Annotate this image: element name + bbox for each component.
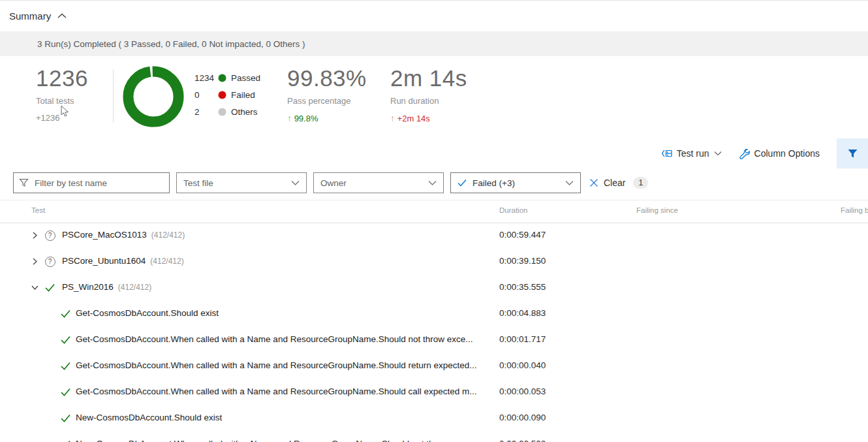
passed-check-icon bbox=[60, 360, 71, 371]
test-run-name: PSCore_MacOS1013 bbox=[62, 230, 147, 240]
table-row[interactable]: New-CosmosDbAccount.Should exist 0:00:00… bbox=[0, 405, 868, 431]
chevron-up-icon[interactable] bbox=[57, 13, 67, 19]
chevron-down-icon[interactable] bbox=[30, 283, 39, 292]
filter-bar: Test file Owner Failed (+3) Clear 1 bbox=[0, 168, 868, 200]
failed-dot-icon bbox=[218, 91, 226, 99]
pass-percentage-delta-value: 99.8% bbox=[294, 114, 318, 123]
legend-item-passed: 1234 Passed bbox=[194, 69, 260, 86]
test-run-count: (412/412) bbox=[118, 283, 151, 292]
table-row[interactable]: Get-CosmosDbAccount.When called with a N… bbox=[0, 326, 868, 353]
test-name-filter-input[interactable] bbox=[33, 178, 164, 189]
results-donut-chart bbox=[123, 66, 184, 127]
test-case-name: Get-CosmosDbAccount.When called with a N… bbox=[76, 360, 477, 370]
table-row[interactable]: Get-CosmosDbAccount.When called with a N… bbox=[0, 353, 868, 379]
up-arrow-icon: ↑ bbox=[390, 113, 395, 123]
test-case-name: New-CosmosDbAccount.Should exist bbox=[76, 413, 222, 422]
test-case-name: Get-CosmosDbAccount.When called with a N… bbox=[76, 387, 477, 396]
passed-dot-icon bbox=[218, 74, 226, 82]
duration-cell: 0:00:00.503 bbox=[499, 439, 546, 442]
passed-check-icon bbox=[60, 334, 71, 345]
legend-item-others: 2 Others bbox=[194, 103, 260, 120]
test-case-name: Get-CosmosDbAccount.Should exist bbox=[76, 308, 219, 318]
legend-others-label: Others bbox=[231, 107, 260, 117]
unknown-outcome-icon: ? bbox=[44, 256, 55, 267]
column-header-test[interactable]: Test bbox=[31, 206, 45, 214]
group-rows-icon bbox=[661, 148, 672, 159]
legend-failed-count: 0 bbox=[194, 90, 218, 100]
test-case-name: New-CosmosDbAccount.When called with a N… bbox=[76, 439, 476, 442]
test-file-dropdown[interactable]: Test file bbox=[176, 172, 307, 193]
others-dot-icon bbox=[218, 108, 226, 116]
pass-percentage-label: Pass percentage bbox=[287, 96, 367, 106]
legend-passed-count: 1234 bbox=[194, 73, 218, 83]
test-file-dropdown-label: Test file bbox=[183, 178, 213, 188]
duration-cell: 0:00:00.090 bbox=[499, 413, 546, 422]
total-tests-label: Total tests bbox=[36, 96, 88, 106]
group-by-test-run-button[interactable]: Test run bbox=[661, 148, 722, 159]
run-duration-delta-value: +2m 14s bbox=[397, 114, 430, 123]
duration-cell: 0:00:00.053 bbox=[499, 387, 546, 396]
runs-status-text: 3 Run(s) Completed ( 3 Passed, 0 Failed,… bbox=[37, 39, 305, 49]
pass-percentage-delta: ↑ 99.8% bbox=[287, 113, 367, 123]
donut-legend: 1234 Passed 0 Failed 2 Others bbox=[194, 69, 260, 120]
up-arrow-icon: ↑ bbox=[287, 113, 292, 123]
legend-others-count: 2 bbox=[194, 107, 218, 117]
passed-check-icon bbox=[60, 308, 71, 319]
test-run-count: (412/412) bbox=[150, 257, 183, 266]
results-table-header: Test Duration Failing since Failing buil… bbox=[0, 200, 868, 223]
outcome-dropdown[interactable]: Failed (+3) bbox=[450, 172, 581, 193]
check-icon bbox=[457, 179, 467, 187]
table-row[interactable]: Get-CosmosDbAccount.When called with a N… bbox=[0, 379, 868, 405]
duration-cell: 0:00:35.555 bbox=[499, 282, 546, 292]
wrench-icon bbox=[739, 148, 750, 159]
chevron-down-icon bbox=[428, 180, 437, 185]
duration-cell: 0:00:59.447 bbox=[499, 230, 546, 240]
passed-check-icon bbox=[60, 387, 71, 398]
summary-stats: 1236 Total tests +1236 1234 Passed 0 Fai… bbox=[0, 56, 868, 138]
legend-passed-label: Passed bbox=[231, 73, 260, 83]
table-row[interactable]: ? PSCore_Ubuntu1604(412/412) 0:00:39.150 bbox=[0, 248, 868, 274]
run-duration-delta: ↑ +2m 14s bbox=[390, 113, 467, 123]
passed-check-icon bbox=[60, 439, 71, 442]
column-options-button[interactable]: Column Options bbox=[739, 148, 820, 159]
table-row[interactable]: PS_Win2016(412/412) 0:00:35.555 bbox=[0, 274, 868, 300]
donut-passed-arc bbox=[128, 71, 178, 121]
table-row[interactable]: Get-CosmosDbAccount.Should exist 0:00:04… bbox=[0, 300, 868, 326]
column-header-failing-build[interactable]: Failing build bbox=[841, 206, 868, 214]
chevron-right-icon[interactable] bbox=[30, 257, 39, 266]
run-duration-label: Run duration bbox=[390, 96, 467, 106]
duration-cell: 0:00:39.150 bbox=[499, 256, 546, 266]
column-header-failing-since[interactable]: Failing since bbox=[636, 206, 678, 214]
chevron-right-icon[interactable] bbox=[30, 230, 39, 240]
passed-check-icon bbox=[60, 413, 71, 424]
clear-filters-button[interactable]: Clear 1 bbox=[589, 172, 648, 193]
test-case-name: Get-CosmosDbAccount.When called with a N… bbox=[76, 334, 473, 344]
funnel-filled-icon bbox=[847, 148, 858, 159]
duration-cell: 0:00:04.883 bbox=[499, 308, 546, 318]
owner-dropdown-label: Owner bbox=[320, 178, 347, 188]
column-options-label: Column Options bbox=[754, 148, 820, 159]
runs-status-bar: 3 Run(s) Completed ( 3 Passed, 0 Failed,… bbox=[0, 31, 868, 56]
active-filter-count-badge: 1 bbox=[633, 177, 648, 189]
clear-filters-label: Clear bbox=[604, 178, 625, 188]
owner-dropdown[interactable]: Owner bbox=[313, 172, 444, 193]
toggle-filter-bar-button[interactable] bbox=[837, 138, 868, 168]
group-by-label: Test run bbox=[677, 148, 709, 159]
table-row[interactable]: ? PSCore_MacOS1013(412/412) 0:00:59.447 bbox=[0, 222, 868, 248]
test-run-name: PS_Win2016 bbox=[62, 282, 114, 292]
chevron-down-icon bbox=[565, 180, 574, 185]
results-table-body: ? PSCore_MacOS1013(412/412) 0:00:59.447 … bbox=[0, 222, 868, 442]
x-icon bbox=[589, 178, 598, 187]
column-header-duration[interactable]: Duration bbox=[499, 206, 527, 214]
page-title: Summary bbox=[9, 10, 51, 22]
grid-toolbar: Test run Column Options bbox=[0, 138, 868, 168]
chevron-down-icon bbox=[291, 180, 300, 185]
legend-failed-label: Failed bbox=[231, 90, 260, 100]
chevron-down-icon bbox=[714, 151, 722, 156]
outcome-dropdown-label: Failed (+3) bbox=[473, 178, 515, 188]
passed-check-icon bbox=[44, 282, 55, 293]
test-name-filter-box bbox=[13, 172, 170, 193]
table-row[interactable]: New-CosmosDbAccount.When called with a N… bbox=[0, 431, 868, 442]
pass-percentage-stat: 99.83% Pass percentage ↑ 99.8% bbox=[287, 65, 367, 123]
duration-cell: 0:00:01.717 bbox=[499, 334, 546, 344]
